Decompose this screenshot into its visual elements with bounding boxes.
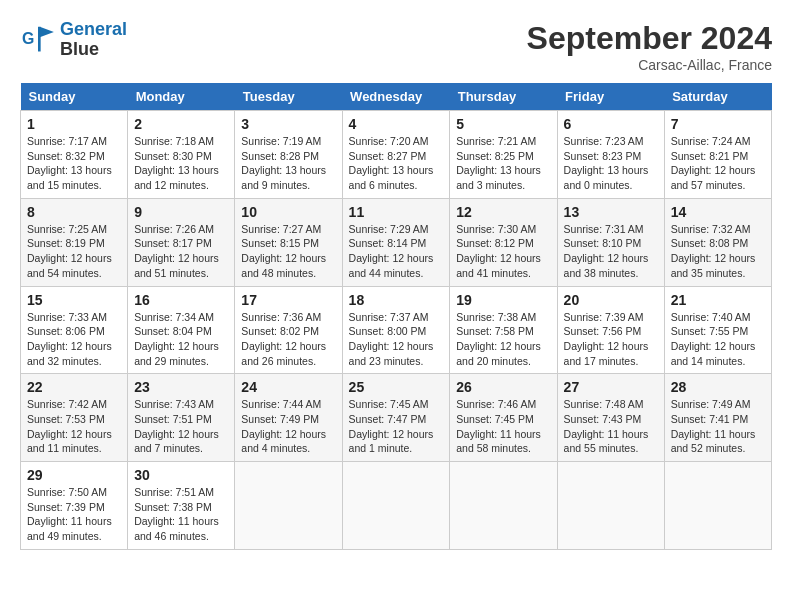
location-subtitle: Carsac-Aillac, France: [527, 57, 772, 73]
day-info: Sunrise: 7:21 AM Sunset: 8:25 PM Dayligh…: [456, 134, 550, 193]
svg-text:G: G: [22, 30, 34, 47]
day-info: Sunrise: 7:19 AM Sunset: 8:28 PM Dayligh…: [241, 134, 335, 193]
col-header-sunday: Sunday: [21, 83, 128, 111]
calendar-cell: 11Sunrise: 7:29 AM Sunset: 8:14 PM Dayli…: [342, 198, 450, 286]
day-info: Sunrise: 7:46 AM Sunset: 7:45 PM Dayligh…: [456, 397, 550, 456]
calendar-week-2: 8Sunrise: 7:25 AM Sunset: 8:19 PM Daylig…: [21, 198, 772, 286]
day-info: Sunrise: 7:31 AM Sunset: 8:10 PM Dayligh…: [564, 222, 658, 281]
day-info: Sunrise: 7:33 AM Sunset: 8:06 PM Dayligh…: [27, 310, 121, 369]
day-info: Sunrise: 7:49 AM Sunset: 7:41 PM Dayligh…: [671, 397, 765, 456]
calendar-cell: [664, 462, 771, 550]
day-number: 4: [349, 116, 444, 132]
calendar-cell: 4Sunrise: 7:20 AM Sunset: 8:27 PM Daylig…: [342, 111, 450, 199]
day-number: 13: [564, 204, 658, 220]
calendar-cell: 28Sunrise: 7:49 AM Sunset: 7:41 PM Dayli…: [664, 374, 771, 462]
calendar-cell: 21Sunrise: 7:40 AM Sunset: 7:55 PM Dayli…: [664, 286, 771, 374]
calendar-cell: [450, 462, 557, 550]
day-info: Sunrise: 7:24 AM Sunset: 8:21 PM Dayligh…: [671, 134, 765, 193]
day-number: 10: [241, 204, 335, 220]
day-number: 28: [671, 379, 765, 395]
calendar-cell: 3Sunrise: 7:19 AM Sunset: 8:28 PM Daylig…: [235, 111, 342, 199]
calendar-cell: 20Sunrise: 7:39 AM Sunset: 7:56 PM Dayli…: [557, 286, 664, 374]
calendar-cell: 13Sunrise: 7:31 AM Sunset: 8:10 PM Dayli…: [557, 198, 664, 286]
logo-line1: General: [60, 19, 127, 39]
day-number: 26: [456, 379, 550, 395]
title-block: September 2024 Carsac-Aillac, France: [527, 20, 772, 73]
calendar-table: SundayMondayTuesdayWednesdayThursdayFrid…: [20, 83, 772, 550]
calendar-cell: 10Sunrise: 7:27 AM Sunset: 8:15 PM Dayli…: [235, 198, 342, 286]
day-info: Sunrise: 7:39 AM Sunset: 7:56 PM Dayligh…: [564, 310, 658, 369]
calendar-cell: 6Sunrise: 7:23 AM Sunset: 8:23 PM Daylig…: [557, 111, 664, 199]
day-info: Sunrise: 7:18 AM Sunset: 8:30 PM Dayligh…: [134, 134, 228, 193]
day-info: Sunrise: 7:50 AM Sunset: 7:39 PM Dayligh…: [27, 485, 121, 544]
day-number: 23: [134, 379, 228, 395]
calendar-cell: 29Sunrise: 7:50 AM Sunset: 7:39 PM Dayli…: [21, 462, 128, 550]
calendar-cell: 2Sunrise: 7:18 AM Sunset: 8:30 PM Daylig…: [128, 111, 235, 199]
calendar-cell: [557, 462, 664, 550]
logo-line2: Blue: [60, 40, 127, 60]
day-number: 15: [27, 292, 121, 308]
calendar-week-3: 15Sunrise: 7:33 AM Sunset: 8:06 PM Dayli…: [21, 286, 772, 374]
day-number: 22: [27, 379, 121, 395]
day-number: 16: [134, 292, 228, 308]
day-info: Sunrise: 7:38 AM Sunset: 7:58 PM Dayligh…: [456, 310, 550, 369]
day-info: Sunrise: 7:37 AM Sunset: 8:00 PM Dayligh…: [349, 310, 444, 369]
calendar-week-5: 29Sunrise: 7:50 AM Sunset: 7:39 PM Dayli…: [21, 462, 772, 550]
calendar-cell: 9Sunrise: 7:26 AM Sunset: 8:17 PM Daylig…: [128, 198, 235, 286]
calendar-cell: 24Sunrise: 7:44 AM Sunset: 7:49 PM Dayli…: [235, 374, 342, 462]
day-number: 5: [456, 116, 550, 132]
day-number: 29: [27, 467, 121, 483]
day-number: 2: [134, 116, 228, 132]
calendar-cell: [342, 462, 450, 550]
day-info: Sunrise: 7:45 AM Sunset: 7:47 PM Dayligh…: [349, 397, 444, 456]
day-info: Sunrise: 7:25 AM Sunset: 8:19 PM Dayligh…: [27, 222, 121, 281]
col-header-thursday: Thursday: [450, 83, 557, 111]
day-info: Sunrise: 7:30 AM Sunset: 8:12 PM Dayligh…: [456, 222, 550, 281]
calendar-week-4: 22Sunrise: 7:42 AM Sunset: 7:53 PM Dayli…: [21, 374, 772, 462]
day-number: 27: [564, 379, 658, 395]
day-info: Sunrise: 7:27 AM Sunset: 8:15 PM Dayligh…: [241, 222, 335, 281]
day-info: Sunrise: 7:48 AM Sunset: 7:43 PM Dayligh…: [564, 397, 658, 456]
logo-text: General Blue: [60, 20, 127, 60]
calendar-cell: 25Sunrise: 7:45 AM Sunset: 7:47 PM Dayli…: [342, 374, 450, 462]
calendar-cell: 19Sunrise: 7:38 AM Sunset: 7:58 PM Dayli…: [450, 286, 557, 374]
day-number: 17: [241, 292, 335, 308]
day-number: 19: [456, 292, 550, 308]
day-info: Sunrise: 7:40 AM Sunset: 7:55 PM Dayligh…: [671, 310, 765, 369]
day-number: 25: [349, 379, 444, 395]
day-info: Sunrise: 7:29 AM Sunset: 8:14 PM Dayligh…: [349, 222, 444, 281]
day-number: 1: [27, 116, 121, 132]
logo-icon: G: [20, 25, 56, 55]
day-number: 11: [349, 204, 444, 220]
calendar-cell: 30Sunrise: 7:51 AM Sunset: 7:38 PM Dayli…: [128, 462, 235, 550]
calendar-cell: 17Sunrise: 7:36 AM Sunset: 8:02 PM Dayli…: [235, 286, 342, 374]
day-info: Sunrise: 7:23 AM Sunset: 8:23 PM Dayligh…: [564, 134, 658, 193]
day-number: 21: [671, 292, 765, 308]
day-number: 20: [564, 292, 658, 308]
calendar-cell: 15Sunrise: 7:33 AM Sunset: 8:06 PM Dayli…: [21, 286, 128, 374]
calendar-cell: 16Sunrise: 7:34 AM Sunset: 8:04 PM Dayli…: [128, 286, 235, 374]
col-header-friday: Friday: [557, 83, 664, 111]
calendar-cell: 7Sunrise: 7:24 AM Sunset: 8:21 PM Daylig…: [664, 111, 771, 199]
calendar-cell: 5Sunrise: 7:21 AM Sunset: 8:25 PM Daylig…: [450, 111, 557, 199]
day-info: Sunrise: 7:34 AM Sunset: 8:04 PM Dayligh…: [134, 310, 228, 369]
calendar-cell: [235, 462, 342, 550]
col-header-monday: Monday: [128, 83, 235, 111]
day-number: 9: [134, 204, 228, 220]
day-info: Sunrise: 7:20 AM Sunset: 8:27 PM Dayligh…: [349, 134, 444, 193]
day-info: Sunrise: 7:42 AM Sunset: 7:53 PM Dayligh…: [27, 397, 121, 456]
day-info: Sunrise: 7:43 AM Sunset: 7:51 PM Dayligh…: [134, 397, 228, 456]
calendar-cell: 27Sunrise: 7:48 AM Sunset: 7:43 PM Dayli…: [557, 374, 664, 462]
col-header-wednesday: Wednesday: [342, 83, 450, 111]
calendar-cell: 1Sunrise: 7:17 AM Sunset: 8:32 PM Daylig…: [21, 111, 128, 199]
day-info: Sunrise: 7:32 AM Sunset: 8:08 PM Dayligh…: [671, 222, 765, 281]
day-info: Sunrise: 7:26 AM Sunset: 8:17 PM Dayligh…: [134, 222, 228, 281]
col-header-saturday: Saturday: [664, 83, 771, 111]
day-number: 12: [456, 204, 550, 220]
calendar-header-row: SundayMondayTuesdayWednesdayThursdayFrid…: [21, 83, 772, 111]
logo: G General Blue: [20, 20, 127, 60]
day-number: 7: [671, 116, 765, 132]
calendar-cell: 12Sunrise: 7:30 AM Sunset: 8:12 PM Dayli…: [450, 198, 557, 286]
day-number: 24: [241, 379, 335, 395]
day-number: 18: [349, 292, 444, 308]
